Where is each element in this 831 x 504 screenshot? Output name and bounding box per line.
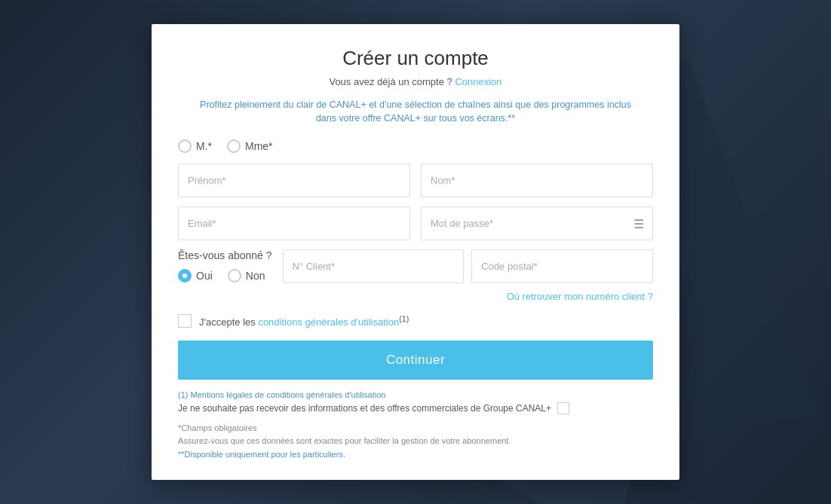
promo-text: Profitez pleinement du clair de CANAL+ e… [178,98,653,127]
nom-input[interactable] [421,163,653,197]
name-row [178,163,653,197]
email-input[interactable] [178,206,410,240]
continue-button[interactable]: Continuer [178,341,653,380]
registration-modal: Créer un compte Vous avez déjà un compte… [152,24,679,481]
footer-note: (1) Mentions légales de conditions génér… [178,390,653,399]
password-input[interactable] [421,206,653,240]
postal-field [471,249,653,283]
gender-mme-text: Mme* [245,140,273,152]
gender-mme-radio[interactable] [227,139,241,153]
password-field: ☰ [421,206,653,240]
nom-field [421,163,653,197]
password-toggle-icon[interactable]: ☰ [633,216,644,231]
subscriber-question: Êtes-vous abonné ? [178,249,272,261]
oui-label[interactable]: Oui [178,269,213,283]
mandatory-notes: *Champs obligatoires Assurez-vous que ce… [178,422,653,462]
subscriber-left: Êtes-vous abonné ? Oui Non [178,249,272,283]
terms-superscript: (1) [399,314,409,323]
subscriber-radios: Oui Non [178,269,272,283]
find-client-link[interactable]: Où retrouver mon numéro client ? [507,291,653,302]
subscriber-section: Êtes-vous abonné ? Oui Non [178,249,653,283]
oui-text: Oui [196,270,213,282]
modal-title: Créer un compte [178,47,653,70]
newsletter-text: Je ne souhaite pas recevoir des informat… [178,403,551,414]
non-text: Non [246,270,265,282]
postal-input[interactable] [471,249,653,283]
already-account-label: Vous avez déjà un compte ? [329,76,452,87]
newsletter-checkbox[interactable] [557,402,569,414]
client-input[interactable] [283,249,465,283]
client-field [283,249,465,283]
non-label[interactable]: Non [228,269,265,283]
email-field [178,206,410,240]
credentials-row: ☰ [178,206,653,240]
mandatory-note-3: **Disponible uniquement pour les particu… [178,448,653,462]
prenom-field [178,163,410,197]
gender-m-label[interactable]: M.* [178,139,212,153]
subscriber-right [283,249,653,283]
terms-row: J'accepte les conditions générales d'uti… [178,314,653,328]
gender-row: M.* Mme* [178,139,653,153]
oui-radio[interactable] [178,269,192,283]
mandatory-note-2: Assurez-vous que ces données sont exacte… [178,435,653,448]
terms-link[interactable]: conditions générales d'utilisation [258,317,399,328]
terms-static: J'accepte les [199,317,256,328]
non-radio[interactable] [228,269,241,283]
already-account-text: Vous avez déjà un compte ? Connexion [178,76,653,87]
gender-mme-label[interactable]: Mme* [227,139,273,153]
login-link[interactable]: Connexion [455,76,501,87]
prenom-input[interactable] [178,163,410,197]
terms-text: J'accepte les conditions générales d'uti… [199,314,409,328]
terms-checkbox[interactable] [178,314,192,328]
find-client-section: Où retrouver mon numéro client ? [178,291,653,302]
gender-m-radio[interactable] [178,139,192,153]
mandatory-note-1: *Champs obligatoires [178,422,653,435]
gender-m-text: M.* [196,140,212,152]
newsletter-row: Je ne souhaite pas recevoir des informat… [178,402,653,414]
